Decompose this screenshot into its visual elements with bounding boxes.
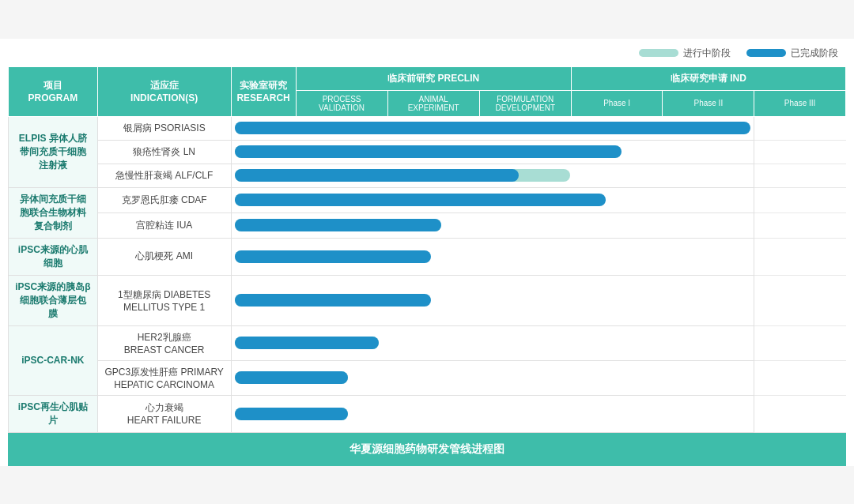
header-phase1: Phase I <box>571 90 663 116</box>
legend-completed-label: 已完成阶段 <box>791 47 838 60</box>
bar-container <box>235 122 751 134</box>
header-preclin: 临床前研究 PRECLIN <box>296 66 571 90</box>
bar-container <box>235 408 751 420</box>
completed-bar <box>235 408 349 420</box>
legend: 进行中阶段 已完成阶段 <box>8 47 846 60</box>
footer-text: 华夏源细胞药物研发管线进程图 <box>350 442 504 455</box>
header-program: 项目PROGRAM <box>9 66 98 116</box>
table-body: ELPIS 异体人脐带间充质干细胞注射液银屑病 PSORIASIS狼疮性肾炎 L… <box>9 116 846 432</box>
bar-container <box>235 194 751 206</box>
header-process: PROCESSVALIDATION <box>296 90 387 116</box>
indication-cell: 急慢性肝衰竭 ALF/CLF <box>97 164 231 187</box>
bar-cell <box>231 325 754 360</box>
completed-bar <box>235 219 441 231</box>
completed-bar <box>235 194 606 206</box>
bar-cell <box>231 213 754 238</box>
program-cell: iPSC来源的心肌细胞 <box>9 238 98 275</box>
header-animal: ANIMALEXPERIMENT <box>387 90 479 116</box>
completed-bar <box>235 145 622 158</box>
table-row: 宫腔粘连 IUA <box>9 213 846 238</box>
bar-cell <box>231 238 754 275</box>
table-row: iPSC再生心肌贴片心力衰竭HEART FAILURE <box>9 395 846 432</box>
indication-cell: GPC3原发性肝癌 PRIMARYHEPATIC CARCINOMA <box>97 360 231 395</box>
program-cell: iPSC再生心肌贴片 <box>9 395 98 432</box>
legend-completed: 已完成阶段 <box>746 47 838 60</box>
program-cell: iPSC-CAR-NK <box>9 325 98 395</box>
legend-inprogress: 进行中阶段 <box>639 47 731 60</box>
header-phase2: Phase II <box>663 90 754 116</box>
indication-cell: 克罗恩氏肛瘘 CDAF <box>97 187 231 213</box>
bar-container <box>235 145 751 158</box>
header-research: 实验室研究RESEARCH <box>231 66 296 116</box>
table-row: 急慢性肝衰竭 ALF/CLF <box>9 164 846 187</box>
bar-cell <box>231 116 754 140</box>
legend-inprogress-bar <box>639 49 678 57</box>
legend-inprogress-label: 进行中阶段 <box>683 47 731 60</box>
indication-cell: 心肌梗死 AMI <box>97 238 231 275</box>
bar-container <box>235 294 751 307</box>
bar-container <box>235 169 751 182</box>
table-row: 异体间充质干细胞联合生物材料复合制剂克罗恩氏肛瘘 CDAF <box>9 187 846 213</box>
bar-container <box>235 250 751 263</box>
completed-bar <box>235 371 349 384</box>
table-row: GPC3原发性肝癌 PRIMARYHEPATIC CARCINOMA <box>9 360 846 395</box>
pipeline-table: 项目PROGRAM 适应症INDICATION(S) 实验室研究RESEARCH… <box>8 66 846 433</box>
indication-cell: 心力衰竭HEART FAILURE <box>97 395 231 432</box>
header-indication: 适应症INDICATION(S) <box>97 66 231 116</box>
program-cell: iPSC来源的胰岛β细胞联合薄层包膜 <box>9 275 98 325</box>
bar-container <box>235 371 751 384</box>
program-cell: 异体间充质干细胞联合生物材料复合制剂 <box>9 187 98 238</box>
bar-container <box>235 337 751 349</box>
bar-cell <box>231 187 754 213</box>
indication-cell: HER2乳腺癌BREAST CANCER <box>97 325 231 360</box>
indication-cell: 宫腔粘连 IUA <box>97 213 231 238</box>
table-row: 狼疮性肾炎 LN <box>9 140 846 164</box>
bar-cell <box>231 275 754 325</box>
table-row: iPSC来源的心肌细胞心肌梗死 AMI <box>9 238 846 275</box>
indication-cell: 狼疮性肾炎 LN <box>97 140 231 164</box>
program-cell: ELPIS 异体人脐带间充质干细胞注射液 <box>9 116 98 187</box>
completed-bar <box>235 122 751 134</box>
table-row: iPSC-CAR-NKHER2乳腺癌BREAST CANCER <box>9 325 846 360</box>
bar-cell <box>231 164 754 187</box>
bar-cell <box>231 140 754 164</box>
header-top-row: 项目PROGRAM 适应症INDICATION(S) 实验室研究RESEARCH… <box>9 66 846 90</box>
table-row: ELPIS 异体人脐带间充质干细胞注射液银屑病 PSORIASIS <box>9 116 846 140</box>
header-formulation: FORMULATIONDEVELOPMENT <box>479 90 571 116</box>
bar-cell <box>231 395 754 432</box>
header-ind: 临床研究申请 IND <box>571 66 845 90</box>
completed-bar <box>235 250 431 263</box>
bar-container <box>235 219 751 231</box>
completed-bar <box>235 337 380 349</box>
footer-bar: 华夏源细胞药物研发管线进程图 <box>8 433 846 466</box>
main-container: 进行中阶段 已完成阶段 项目PROGRAM 适应症INDICATION(S) 实… <box>0 39 854 466</box>
legend-completed-bar <box>746 49 786 57</box>
bar-cell <box>231 360 754 395</box>
header-phase3: Phase III <box>754 90 846 116</box>
indication-cell: 1型糖尿病 DIABETESMELLITUS TYPE 1 <box>97 275 231 325</box>
table-row: iPSC来源的胰岛β细胞联合薄层包膜1型糖尿病 DIABETESMELLITUS… <box>9 275 846 325</box>
completed-bar <box>235 169 519 182</box>
completed-bar <box>235 294 431 307</box>
indication-cell: 银屑病 PSORIASIS <box>97 116 231 140</box>
